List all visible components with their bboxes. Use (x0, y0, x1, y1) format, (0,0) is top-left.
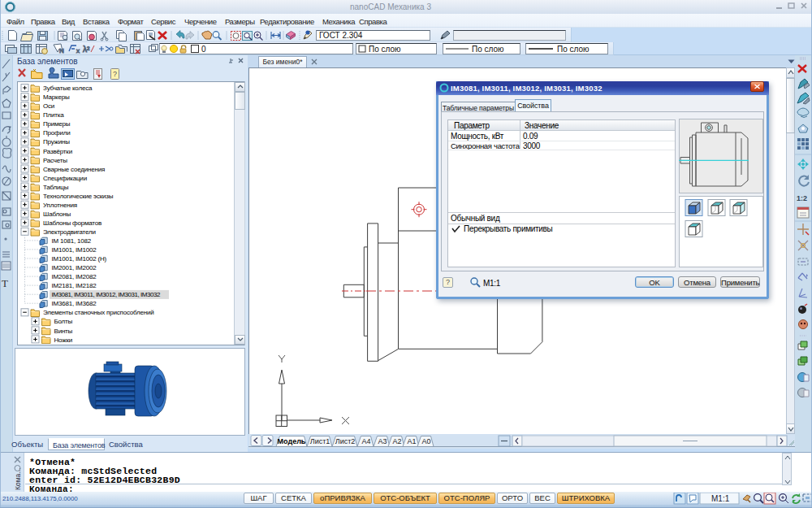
svg-text:Развёртки: Развёртки (43, 148, 72, 155)
svg-text:Уплотнения: Уплотнения (43, 202, 77, 209)
svg-text:IM1001, IM1002: IM1001, IM1002 (52, 246, 97, 254)
svg-text:Сварные соединения: Сварные соединения (43, 166, 105, 173)
svg-text:IM2081, IM2082: IM2081, IM2082 (52, 273, 97, 280)
svg-text:1:2: 1:2 (797, 194, 807, 202)
svg-text:Болты: Болты (54, 318, 73, 325)
svg-text:Технологические эскизы: Технологические эскизы (43, 193, 114, 200)
svg-text:А2: А2 (392, 437, 401, 445)
svg-text:Маркеры: Маркеры (43, 93, 70, 101)
svg-text:λ²: λ² (83, 45, 90, 54)
svg-text:По слою: По слою (369, 45, 401, 53)
svg-text:Примеры: Примеры (43, 120, 71, 128)
svg-text:IM 1081, 1082: IM 1081, 1082 (52, 237, 92, 245)
svg-text:Кома...: Кома... (14, 468, 22, 490)
svg-text:Плитка: Плитка (43, 111, 64, 119)
svg-text:Лист2: Лист2 (335, 437, 356, 445)
svg-text:Профили: Профили (43, 129, 70, 137)
svg-text:Оси: Оси (43, 102, 54, 110)
svg-text:N: N (59, 47, 64, 54)
svg-text:Элементы станочных приспособле: Элементы станочных приспособлений (43, 309, 154, 316)
svg-text:Пружины: Пружины (43, 138, 70, 145)
svg-text:По слою: По слою (472, 45, 504, 53)
svg-text:А4: А4 (361, 437, 370, 445)
svg-text:Лист1: Лист1 (310, 437, 330, 445)
svg-text:Электродвигатели: Электродвигатели (43, 228, 96, 236)
svg-text:Ножки: Ножки (54, 336, 72, 344)
svg-text:IM1001, IM1002 (Н): IM1001, IM1002 (Н) (52, 255, 107, 263)
svg-text:IM3681, IM3682: IM3681, IM3682 (52, 300, 97, 307)
svg-text:0: 0 (201, 45, 206, 54)
svg-text:Винты: Винты (54, 328, 73, 335)
svg-text:Зубчатые колеса: Зубчатые колеса (43, 85, 93, 92)
svg-text:IM2001, IM2002: IM2001, IM2002 (52, 264, 97, 271)
svg-text:Расчеты: Расчеты (43, 157, 67, 164)
svg-text:IM3081, IM3011, IM3012, IM3031: IM3081, IM3011, IM3012, IM3031, IM3032 (52, 291, 162, 298)
svg-text:Шаблоны форматов: Шаблоны форматов (43, 219, 102, 227)
svg-text:Спецификации: Спецификации (43, 175, 87, 182)
svg-text:А1: А1 (407, 437, 416, 445)
svg-text:Модель: Модель (278, 437, 306, 445)
svg-text:Таблицы: Таблицы (43, 184, 69, 191)
svg-text:M1:1: M1:1 (711, 494, 730, 503)
svg-text:Шаблоны: Шаблоны (43, 211, 71, 218)
svg-text:IM2181, IM2182: IM2181, IM2182 (52, 282, 97, 289)
svg-text:По слою: По слою (557, 45, 590, 53)
svg-text:x: x (76, 47, 80, 54)
svg-text:А3: А3 (378, 437, 387, 445)
svg-text:?: ? (113, 70, 117, 78)
svg-text:А0: А0 (421, 437, 430, 445)
svg-text:T: T (2, 277, 8, 289)
